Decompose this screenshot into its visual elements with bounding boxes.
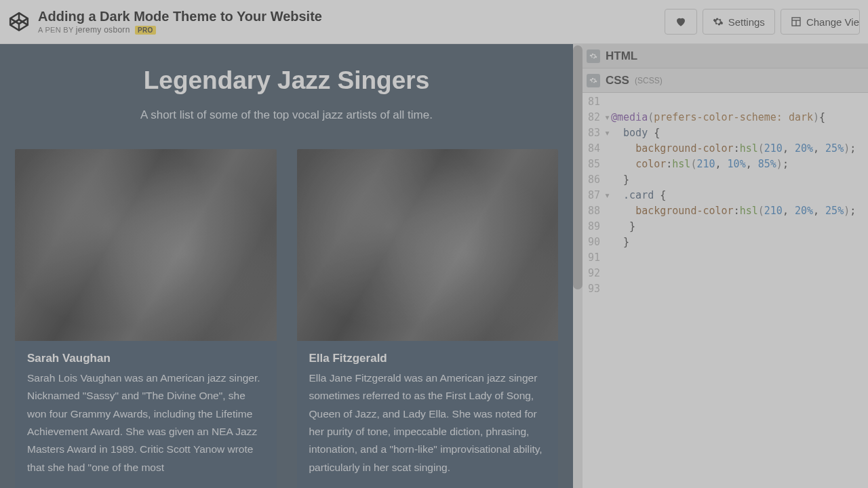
change-view-label: Change Vie (806, 16, 859, 28)
pro-badge: PRO (135, 26, 156, 35)
settings-label: Settings (728, 16, 765, 28)
settings-button[interactable]: Settings (703, 9, 775, 35)
singer-description: Sarah Lois Vaughan was an American jazz … (27, 369, 264, 476)
editor-pane: HTML CSS (SCSS) 818283848586878889909192… (583, 44, 868, 488)
gear-icon (589, 77, 597, 85)
singer-card: Ella Fitzgerald Ella Jane Fitzgerald was… (297, 149, 559, 488)
gear-icon (713, 16, 724, 27)
panel-settings-button[interactable] (587, 74, 600, 87)
singer-name: Sarah Vaughan (27, 352, 264, 365)
preview-subtitle: A short list of some of the top vocal ja… (15, 108, 558, 122)
singer-photo (15, 149, 277, 341)
tab-sublang: (SCSS) (635, 76, 663, 85)
app-header: Adding a Dark Mode Theme to Your Website… (0, 0, 868, 44)
heart-icon (675, 16, 687, 28)
love-button[interactable] (665, 9, 697, 35)
preview-scrollbar[interactable] (573, 44, 583, 488)
code-editor[interactable]: 81828384858687888990919293 ▾@media(prefe… (583, 93, 868, 488)
panel-settings-button[interactable] (587, 49, 600, 63)
singer-name: Ella Fitzgerald (309, 352, 547, 365)
editor-tab-css[interactable]: CSS (SCSS) (583, 68, 868, 93)
pen-byline: A PEN BY jeremy osborn PRO (38, 25, 665, 35)
card-grid: Sarah Vaughan Sarah Lois Vaughan was an … (15, 149, 558, 488)
pen-title[interactable]: Adding a Dark Mode Theme to Your Website (38, 9, 665, 24)
preview-pane: Legendary Jazz Singers A short list of s… (0, 44, 573, 488)
editor-tab-html[interactable]: HTML (583, 44, 868, 68)
singer-description: Ella Jane Fitzgerald was an American jaz… (309, 369, 547, 476)
tab-label: HTML (606, 49, 637, 63)
singer-photo (297, 149, 559, 341)
line-gutter: 81828384858687888990919293 (583, 94, 604, 488)
change-view-button[interactable]: Change Vie (781, 9, 860, 35)
codepen-logo-icon (8, 11, 30, 33)
layout-icon (791, 16, 802, 27)
author-link[interactable]: jeremy osborn (76, 25, 130, 35)
gear-icon (589, 52, 597, 60)
code-content[interactable]: ▾@media(prefers-color-scheme: dark){▾ bo… (604, 94, 868, 488)
scrollbar-thumb[interactable] (573, 45, 583, 289)
tab-label: CSS (606, 74, 629, 87)
preview-title: Legendary Jazz Singers (15, 66, 558, 95)
byline-prefix: A PEN BY (38, 26, 73, 34)
singer-card: Sarah Vaughan Sarah Lois Vaughan was an … (15, 149, 277, 488)
